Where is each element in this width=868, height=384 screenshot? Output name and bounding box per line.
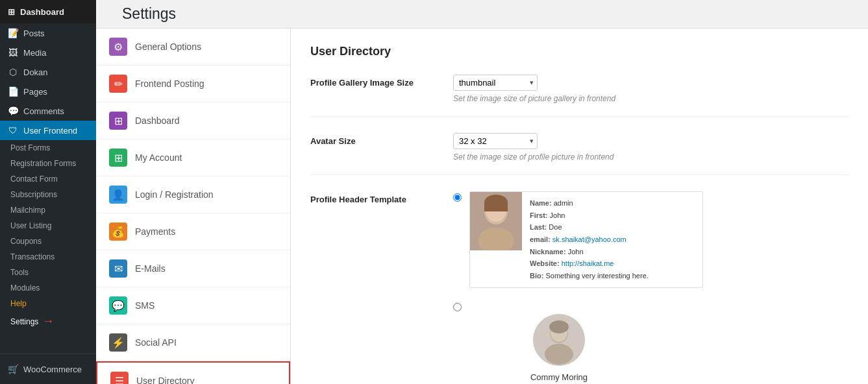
settings-nav-frontend-posting[interactable]: ✏ Frontend Posting: [96, 66, 290, 102]
profile-gallery-control: thumbnail medium large full Set the imag…: [453, 75, 849, 103]
sidebar-sub-modules[interactable]: Modules: [0, 280, 96, 296]
sidebar-sub-help[interactable]: Help: [0, 296, 96, 311]
main-area: Settings ⚙ General Options ✏ Frontend Po…: [96, 0, 868, 384]
sidebar-item-woocommerce-label: WooCommerce: [23, 365, 82, 374]
sidebar-sub-transactions[interactable]: Transactions: [0, 249, 96, 265]
svg-rect-5: [484, 202, 508, 211]
top-bar: Settings: [96, 0, 868, 29]
sidebar-item-pages-label: Pages: [23, 87, 47, 97]
user-frontend-icon: 🛡: [8, 125, 18, 136]
sidebar-item-dokan-label: Dokan: [23, 67, 48, 77]
content-panel: User Directory Profile Gallery Image Siz…: [291, 29, 868, 384]
sidebar-sub-registration-forms[interactable]: Registration Forms: [0, 156, 96, 171]
email-icon: ✉: [109, 259, 127, 278]
profile-gallery-hint: Set the image size of picture gallery in…: [453, 94, 849, 103]
template-email-link[interactable]: sk.shaikat@yahoo.com: [552, 235, 626, 243]
settings-nav-dashboard[interactable]: ⊞ Dashboard: [96, 102, 290, 139]
sidebar-item-media[interactable]: 🖼 Media: [0, 43, 96, 62]
settings-nav-payments[interactable]: 💰 Payments: [96, 213, 290, 250]
avatar-size-control: 32 x 32 64 x 64 96 x 96 128 x 128 Set th…: [453, 133, 849, 162]
woocommerce-icon: 🛒: [8, 364, 18, 374]
section-title: User Directory: [310, 45, 849, 58]
settings-main: ⚙ General Options ✏ Frontend Posting ⊞ D…: [96, 29, 868, 384]
userdir-icon: ☰: [110, 372, 129, 384]
payments-icon: 💰: [109, 222, 127, 241]
sidebar-sub-user-listing[interactable]: User Listing: [0, 218, 96, 234]
sidebar-header[interactable]: ⊞ Dashboard: [0, 0, 96, 23]
avatar-size-hint: Set the image size of profile picture in…: [453, 152, 849, 162]
settings-nav-my-account[interactable]: ⊞ My Account: [96, 139, 290, 176]
sidebar-sub-settings[interactable]: Settings →: [0, 311, 96, 331]
sidebar-sub-post-forms[interactable]: Post Forms: [0, 140, 96, 156]
settings-nav-user-directory[interactable]: ☰ User Directory: [96, 361, 290, 384]
profile-gallery-select-wrap: thumbnail medium large full: [453, 75, 538, 91]
settings-nav-sms[interactable]: 💬 SMS: [96, 287, 290, 324]
template-option-1: Name: admin First: John Last: Doe email:…: [453, 191, 849, 288]
template-2-name: Commy Moring: [530, 372, 588, 382]
settings-nav-emails[interactable]: ✉ E-Mails: [96, 250, 290, 287]
template-1-info: Name: admin First: John Last: Doe email:…: [522, 192, 656, 287]
settings-nav-login-registration[interactable]: 👤 Login / Registration: [96, 176, 290, 213]
account-icon: ⊞: [109, 149, 127, 167]
settings-arrow-icon: →: [42, 315, 54, 328]
template-options: Name: admin First: John Last: Doe email:…: [453, 191, 849, 384]
sidebar-sub-tools[interactable]: Tools: [0, 265, 96, 280]
page-title: Settings: [109, 0, 189, 22]
sidebar-item-comments-label: Comments: [23, 106, 64, 116]
dokan-icon: ⬡: [8, 67, 18, 77]
right-panel: User Directory Profile Gallery Image Siz…: [291, 29, 868, 384]
avatar-size-row: Avatar Size 32 x 32 64 x 64 96 x 96 128 …: [310, 133, 849, 175]
sidebar-item-woocommerce[interactable]: 🛒 WooCommerce: [0, 359, 96, 379]
settings-nav-login-registration-label: Login / Registration: [135, 189, 214, 200]
template-card-2: Commy Moring Continually implement progr…: [469, 301, 649, 384]
gear-icon: ⚙: [109, 38, 127, 56]
settings-nav-frontend-posting-label: Frontend Posting: [135, 78, 205, 89]
profile-gallery-row: Profile Gallery Image Size thumbnail med…: [310, 75, 849, 117]
posts-icon: 📝: [8, 28, 18, 38]
sidebar-item-pages[interactable]: 📄 Pages: [0, 82, 96, 101]
sidebar-item-comments[interactable]: 💬 Comments: [0, 101, 96, 121]
sidebar-sub-mailchimp[interactable]: Mailchimp: [0, 202, 96, 218]
settings-nav-user-directory-label: User Directory: [136, 376, 194, 384]
avatar-size-select-wrap: 32 x 32 64 x 64 96 x 96 128 x 128: [453, 133, 538, 149]
profile-header-template-control: Name: admin First: John Last: Doe email:…: [453, 191, 849, 384]
sidebar-item-user-frontend[interactable]: 🛡 User Frontend: [0, 121, 96, 140]
sidebar-item-media-label: Media: [23, 48, 46, 58]
settings-nav-sms-label: SMS: [135, 300, 155, 311]
sidebar-sub-subscriptions[interactable]: Subscriptions: [0, 187, 96, 202]
social-icon: ⚡: [109, 333, 127, 352]
settings-nav-emails-label: E-Mails: [135, 263, 166, 274]
template-website-link[interactable]: http://shaikat.me: [562, 259, 614, 267]
sidebar-sub-contact-form[interactable]: Contact Form: [0, 171, 96, 187]
settings-nav-payments-label: Payments: [135, 226, 175, 237]
settings-nav-social-api[interactable]: ⚡ Social API: [96, 324, 290, 361]
dashboard-icon: ⊞: [8, 7, 15, 17]
settings-nav-dashboard-label: Dashboard: [135, 115, 180, 126]
avatar-size-select[interactable]: 32 x 32 64 x 64 96 x 96 128 x 128: [453, 133, 538, 149]
template-card-1: Name: admin First: John Last: Doe email:…: [469, 191, 703, 288]
dashboard-nav-icon: ⊞: [109, 112, 127, 130]
svg-point-10: [549, 320, 569, 333]
sidebar-item-posts-label: Posts: [23, 29, 45, 38]
settings-sidebar: ⚙ General Options ✏ Frontend Posting ⊞ D…: [96, 29, 291, 384]
pages-icon: 📄: [8, 86, 18, 97]
sidebar-sub-coupons[interactable]: Coupons: [0, 234, 96, 249]
comments-icon: 💬: [8, 106, 18, 116]
login-icon: 👤: [109, 186, 127, 204]
template-option-2: Commy Moring Continually implement progr…: [453, 301, 849, 384]
template-1-avatar: [470, 192, 522, 250]
profile-gallery-select[interactable]: thumbnail medium large full: [453, 75, 538, 91]
template-2-avatar: [533, 314, 585, 366]
settings-nav-social-api-label: Social API: [135, 337, 177, 348]
profile-gallery-label: Profile Gallery Image Size: [310, 75, 453, 88]
template-2-radio[interactable]: [453, 303, 462, 311]
settings-nav-my-account-label: My Account: [135, 152, 182, 163]
sidebar-item-dokan[interactable]: ⬡ Dokan: [0, 62, 96, 82]
settings-nav-general-options[interactable]: ⚙ General Options: [96, 29, 290, 66]
svg-point-8: [545, 344, 573, 365]
profile-header-template-row: Profile Header Template: [310, 191, 849, 384]
template-1-radio[interactable]: [453, 193, 462, 202]
sidebar-header-label: Dashboard: [20, 7, 64, 17]
media-icon: 🖼: [8, 47, 18, 58]
sidebar-item-posts[interactable]: 📝 Posts: [0, 23, 96, 43]
